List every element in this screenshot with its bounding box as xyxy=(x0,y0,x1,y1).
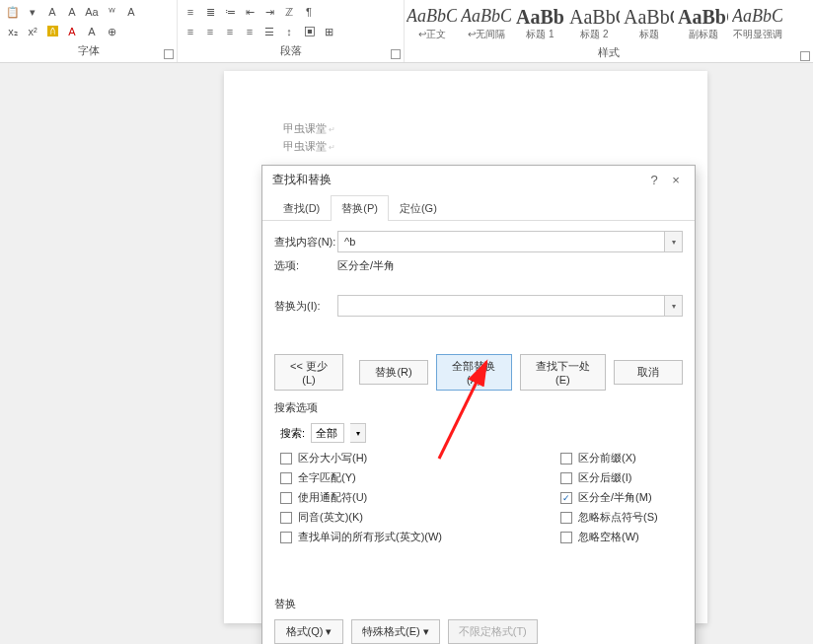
replace-all-button[interactable]: 全部替换(A) xyxy=(436,354,512,391)
style-item[interactable]: AaBbCcDd不明显强调 xyxy=(730,4,784,43)
borders-icon[interactable]: ⊞ xyxy=(320,23,337,40)
checkbox-icon[interactable]: ✓ xyxy=(560,492,572,504)
style-item[interactable]: AaBbC标题 2 xyxy=(567,4,622,43)
distribute-icon[interactable]: ☰ xyxy=(260,23,278,40)
checkbox-label: 查找单词的所有形式(英文)(W) xyxy=(298,530,442,544)
search-scope-select[interactable]: 全部 xyxy=(311,423,344,443)
checkbox-icon[interactable] xyxy=(280,453,292,465)
doc-line[interactable]: 甲虫课堂 xyxy=(283,120,648,138)
checkbox-label: 忽略标点符号(S) xyxy=(578,510,658,525)
multilevel-icon[interactable]: ≔ xyxy=(221,3,239,21)
replace-dropdown-icon[interactable]: ▾ xyxy=(665,295,683,317)
checkbox-icon[interactable] xyxy=(560,532,572,543)
linespacing-icon[interactable]: ↕ xyxy=(280,23,298,40)
font-color-icon[interactable]: A xyxy=(63,23,81,40)
enclose-icon[interactable]: ⊕ xyxy=(103,23,120,40)
search-options-label: 搜索选项 xyxy=(274,400,683,415)
checkbox-icon[interactable] xyxy=(280,512,292,524)
options-label: 选项: xyxy=(274,258,337,273)
style-item[interactable]: AaBbCcDd↩无间隔 xyxy=(459,4,513,43)
shrink-font-icon[interactable]: A xyxy=(63,3,81,21)
checkbox-label: 全字匹配(Y) xyxy=(298,470,356,485)
special-button[interactable]: 特殊格式(E) ▾ xyxy=(351,619,440,644)
less-button[interactable]: << 更少(L) xyxy=(274,354,343,391)
replace-button[interactable]: 替换(R) xyxy=(359,360,428,385)
checkbox-label: 忽略空格(W) xyxy=(578,530,639,544)
showmarks-icon[interactable]: ¶ xyxy=(300,3,318,21)
checkbox-label: 区分全/半角(M) xyxy=(578,490,652,505)
checkbox-icon[interactable] xyxy=(560,512,572,524)
checkbox-option[interactable]: 忽略标点符号(S) xyxy=(554,510,683,525)
checkbox-icon[interactable] xyxy=(280,492,292,504)
numbering-icon[interactable]: ≣ xyxy=(201,3,219,21)
dec-indent-icon[interactable]: ⇤ xyxy=(241,3,259,21)
checkbox-option[interactable]: 区分大小写(H) xyxy=(274,451,554,465)
scope-dropdown-icon[interactable]: ▾ xyxy=(350,423,366,443)
style-gallery[interactable]: AaBbCcDd↩正文AaBbCcDd↩无间隔AaBb标题 1AaBbC标题 2… xyxy=(405,0,813,43)
tab-goto[interactable]: 定位(G) xyxy=(389,195,448,221)
checkbox-icon[interactable] xyxy=(560,472,572,484)
superscript-button[interactable]: x² xyxy=(24,23,41,40)
checkbox-option[interactable]: 区分前缀(X) xyxy=(554,451,683,465)
paragraph-group-label: 段落 xyxy=(178,41,404,62)
checkbox-label: 区分大小写(H) xyxy=(298,451,367,465)
checkbox-option[interactable]: ✓区分全/半角(M) xyxy=(554,490,683,505)
checkbox-label: 同音(英文)(K) xyxy=(298,510,363,525)
style-item[interactable]: AaBbCcDd↩正文 xyxy=(405,4,459,43)
replace-section-label: 替换 xyxy=(274,597,683,611)
change-case-icon[interactable]: Aa xyxy=(83,3,101,21)
checkbox-option[interactable]: 忽略空格(W) xyxy=(554,530,683,544)
checkbox-icon[interactable] xyxy=(560,453,572,465)
doc-line[interactable]: 甲虫课堂 xyxy=(283,138,648,156)
style-item[interactable]: AaBbC标题 xyxy=(622,4,676,43)
para-launcher-icon[interactable] xyxy=(391,49,401,59)
find-what-label: 查找内容(N): xyxy=(274,235,337,250)
options-value: 区分全/半角 xyxy=(337,258,395,273)
paste-icon[interactable]: 📋 xyxy=(4,3,22,21)
help-button[interactable]: ? xyxy=(643,173,665,187)
paragraph-tools: ≡ ≣ ≔ ⇤ ⇥ ℤ ¶ ≡ ≡ ≡ ≡ ☰ ↕ 🞕 ⊞ xyxy=(178,0,404,41)
checkbox-option[interactable]: 全字匹配(Y) xyxy=(274,470,554,485)
checkbox-option[interactable]: 区分后缀(I) xyxy=(554,470,683,485)
font-group-label: 字体 xyxy=(0,41,177,62)
close-button[interactable]: × xyxy=(665,173,687,187)
styles-launcher-icon[interactable] xyxy=(800,51,810,61)
sort-icon[interactable]: ℤ xyxy=(280,3,298,21)
find-what-input[interactable] xyxy=(337,231,665,252)
align-left-icon[interactable]: ≡ xyxy=(182,23,199,40)
find-dropdown-icon[interactable]: ▾ xyxy=(665,231,683,252)
style-item[interactable]: AaBb标题 1 xyxy=(513,4,567,43)
font-dd-icon[interactable]: ▾ xyxy=(24,3,41,21)
checkbox-option[interactable]: 同音(英文)(K) xyxy=(274,510,554,525)
tab-replace[interactable]: 替换(P) xyxy=(331,195,389,221)
dialog-titlebar[interactable]: 查找和替换 ? × xyxy=(262,166,695,194)
grow-font-icon[interactable]: A xyxy=(43,3,61,21)
checkbox-label: 使用通配符(U) xyxy=(298,490,367,505)
cancel-button[interactable]: 取消 xyxy=(614,360,683,385)
bullets-icon[interactable]: ≡ xyxy=(182,3,199,21)
checkbox-option[interactable]: 使用通配符(U) xyxy=(274,490,554,505)
subscript-button[interactable]: x₂ xyxy=(4,23,22,40)
shading-icon[interactable]: 🞕 xyxy=(300,23,318,40)
noformat-button[interactable]: 不限定格式(T) xyxy=(448,619,538,644)
checkbox-icon[interactable] xyxy=(280,532,292,543)
ribbon: 📋 ▾ A A Aa ᵂ A x₂ x² 🅰 A A ⊕ xyxy=(0,0,813,63)
format-button[interactable]: 格式(Q) ▾ xyxy=(274,619,343,644)
replace-with-input[interactable] xyxy=(337,295,665,317)
align-center-icon[interactable]: ≡ xyxy=(201,23,219,40)
find-next-button[interactable]: 查找下一处(E) xyxy=(520,354,606,391)
dialog-tabs: 查找(D) 替换(P) 定位(G) xyxy=(262,194,695,221)
justify-icon[interactable]: ≡ xyxy=(241,23,259,40)
font-launcher-icon[interactable] xyxy=(164,49,174,59)
checkbox-label: 区分后缀(I) xyxy=(578,470,631,485)
char-shading-icon[interactable]: A xyxy=(83,23,101,40)
border-icon[interactable]: A xyxy=(122,3,140,21)
inc-indent-icon[interactable]: ⇥ xyxy=(260,3,278,21)
checkbox-icon[interactable] xyxy=(280,472,292,484)
tab-find[interactable]: 查找(D) xyxy=(272,195,331,221)
style-item[interactable]: AaBbC副标题 xyxy=(676,4,730,43)
phonetic-icon[interactable]: ᵂ xyxy=(103,3,120,21)
align-right-icon[interactable]: ≡ xyxy=(221,23,239,40)
highlight-icon[interactable]: 🅰 xyxy=(43,23,61,40)
checkbox-option[interactable]: 查找单词的所有形式(英文)(W) xyxy=(274,530,554,544)
